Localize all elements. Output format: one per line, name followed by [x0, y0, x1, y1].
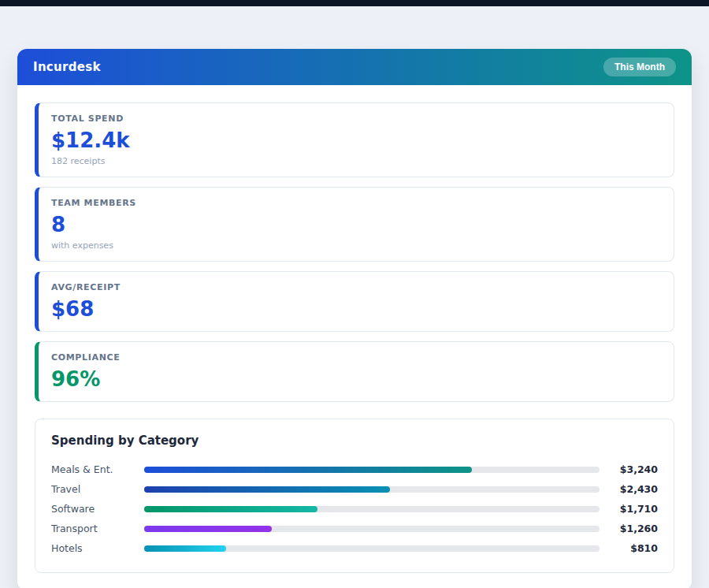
bar-fill-meals [144, 467, 472, 473]
stat-subtext: 182 receipts [51, 156, 661, 166]
bar-track [144, 545, 599, 552]
stat-label: COMPLIANCE [51, 352, 661, 363]
bar-fill-travel [144, 486, 390, 493]
bar-track [144, 486, 599, 493]
category-value: $1,710 [599, 503, 658, 515]
stat-card-avg-receipt: AVG/RECEIPT $68 [35, 271, 674, 332]
category-label: Travel [51, 483, 144, 495]
category-label: Transport [51, 523, 144, 534]
category-row-meals: Meals & Ent. $3,240 [51, 460, 658, 479]
category-value: $2,430 [599, 483, 658, 495]
category-value: $1,260 [599, 523, 658, 534]
app-header: Incurdesk This Month [17, 49, 692, 85]
stat-card-total-spend: TOTAL SPEND $12.4k 182 receipts [35, 102, 674, 177]
stat-label: TOTAL SPEND [51, 114, 661, 124]
category-value: $810 [599, 542, 658, 554]
stat-label: AVG/RECEIPT [51, 282, 661, 292]
category-value: $3,240 [599, 463, 658, 475]
stat-card-team-members: TEAM MEMBERS 8 with expenses [35, 187, 674, 262]
page-background: Incurdesk This Month TOTAL SPEND $12.4k … [0, 6, 709, 588]
stat-label: TEAM MEMBERS [51, 198, 661, 208]
bar-fill-hotels [144, 545, 226, 552]
stat-value: 96% [51, 367, 661, 391]
app-card: Incurdesk This Month TOTAL SPEND $12.4k … [17, 49, 692, 588]
category-row-hotels: Hotels $810 [51, 538, 658, 558]
stat-subtext: with expenses [51, 240, 661, 251]
bar-track [144, 467, 599, 473]
app-title: Incurdesk [33, 60, 101, 74]
category-label: Hotels [51, 542, 144, 554]
app-body: TOTAL SPEND $12.4k 182 receipts TEAM MEM… [17, 85, 692, 588]
stat-value: $12.4k [51, 128, 661, 152]
month-filter-badge[interactable]: This Month [603, 58, 676, 76]
category-label: Meals & Ent. [51, 463, 144, 475]
stat-value: 8 [51, 213, 661, 236]
bar-track [144, 526, 599, 532]
category-row-transport: Transport $1,260 [51, 519, 658, 538]
bar-track [144, 506, 599, 512]
stat-card-compliance: COMPLIANCE 96% [35, 341, 674, 402]
stat-value: $68 [51, 297, 661, 321]
category-label: Software [51, 503, 144, 515]
category-row-software: Software $1,710 [51, 499, 658, 519]
category-row-travel: Travel $2,430 [51, 479, 658, 499]
bar-fill-transport [144, 526, 272, 532]
bar-fill-software [144, 506, 317, 512]
section-title: Spending by Category [51, 434, 658, 448]
spending-by-category-card: Spending by Category Meals & Ent. $3,240… [35, 419, 674, 573]
